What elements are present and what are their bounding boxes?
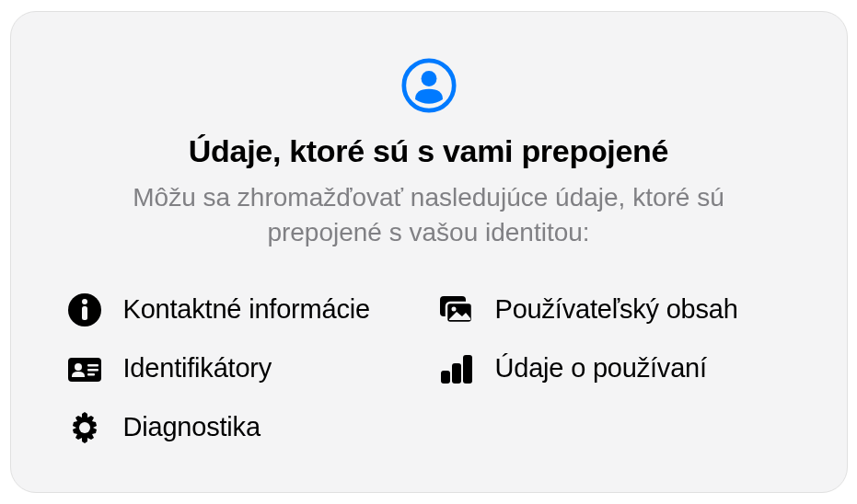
identifiers-icon xyxy=(66,350,103,387)
data-item-diagnostics: Diagnostika xyxy=(66,409,420,446)
user-content-icon xyxy=(438,292,475,328)
data-item-contact-info: Kontaktné informácie xyxy=(66,292,420,328)
svg-point-7 xyxy=(451,306,456,311)
privacy-card: Údaje, ktoré sú s vami prepojené Môžu sa… xyxy=(10,11,848,493)
data-item-user-content: Používateľský obsah xyxy=(438,292,792,328)
data-item-label: Údaje o používaní xyxy=(495,353,707,384)
info-icon xyxy=(66,292,103,328)
usage-data-icon xyxy=(438,350,475,387)
data-item-label: Používateľský obsah xyxy=(495,294,738,325)
data-item-label: Diagnostika xyxy=(123,412,261,442)
svg-rect-14 xyxy=(452,363,461,384)
svg-point-1 xyxy=(421,71,436,86)
svg-rect-4 xyxy=(82,306,87,320)
data-item-label: Kontaktné informácie xyxy=(123,294,370,325)
svg-point-3 xyxy=(82,299,87,304)
data-item-identifiers: Identifikátory xyxy=(66,350,420,387)
svg-rect-13 xyxy=(441,371,450,384)
svg-rect-12 xyxy=(87,373,95,376)
diagnostics-icon xyxy=(66,409,103,446)
card-subtitle: Môžu sa zhromažďovať nasledujúce údaje, … xyxy=(98,180,760,250)
card-title: Údaje, ktoré sú s vami prepojené xyxy=(66,133,792,169)
svg-rect-15 xyxy=(463,355,472,384)
person-circle-icon xyxy=(401,58,457,113)
data-item-label: Identifikátory xyxy=(123,353,272,384)
data-types-grid: Kontaktné informácie Používateľský obsah xyxy=(66,292,792,446)
data-item-usage-data: Údaje o používaní xyxy=(438,350,792,387)
svg-rect-11 xyxy=(87,369,98,372)
svg-rect-10 xyxy=(87,364,98,367)
svg-point-9 xyxy=(75,363,82,371)
card-header: Údaje, ktoré sú s vami prepojené Môžu sa… xyxy=(66,58,792,250)
svg-point-16 xyxy=(79,422,90,433)
